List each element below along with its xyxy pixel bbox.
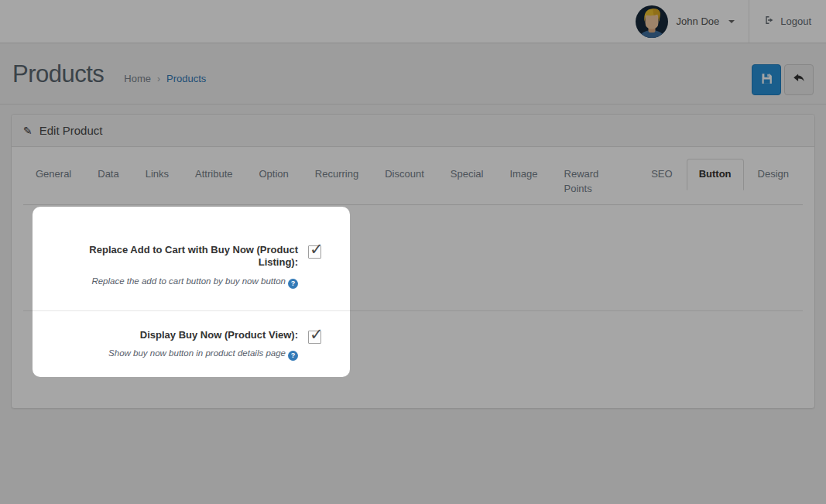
- panel-body: General Data Links Attribute Option Recu…: [12, 147, 814, 408]
- field-label: Replace Add to Cart with Buy Now (Produc…: [69, 244, 298, 269]
- page-header: Products Home › Products: [0, 43, 826, 105]
- edit-product-panel: ✎ Edit Product General Data Links Attrib…: [11, 114, 815, 409]
- tab-content-button: Replace Add to Cart with Buy Now (Produc…: [23, 205, 803, 397]
- tab-seo[interactable]: SEO: [639, 159, 684, 205]
- section-divider: [23, 310, 803, 311]
- reply-arrow-icon: [792, 71, 806, 88]
- product-tabs: General Data Links Attribute Option Recu…: [23, 159, 803, 205]
- sign-out-icon: [764, 15, 775, 28]
- tab-option[interactable]: Option: [247, 159, 301, 205]
- floppy-disk-icon: [760, 72, 773, 88]
- tab-data[interactable]: Data: [85, 159, 131, 205]
- tab-button[interactable]: Button: [687, 159, 744, 205]
- checkmark-icon: ✓: [310, 240, 324, 259]
- field-help: Replace the add to cart button by buy no…: [69, 276, 298, 289]
- display-buy-now-checkbox[interactable]: ✓: [308, 331, 321, 344]
- breadcrumb-home[interactable]: Home: [124, 73, 151, 84]
- user-dropdown[interactable]: John Doe: [629, 0, 749, 43]
- tab-links[interactable]: Links: [133, 159, 181, 205]
- main-content: ✎ Edit Product General Data Links Attrib…: [0, 114, 826, 409]
- back-button[interactable]: [784, 64, 814, 95]
- form-group-display-buy-now: Display Buy Now (Product View): Show buy…: [23, 329, 803, 362]
- breadcrumb-separator-icon: ›: [157, 74, 160, 84]
- tab-general[interactable]: General: [23, 159, 84, 205]
- page-title: Products: [12, 60, 104, 88]
- save-button[interactable]: [752, 64, 781, 95]
- panel-title: Edit Product: [39, 124, 103, 137]
- logout-button[interactable]: Logout: [749, 0, 826, 43]
- tab-discount[interactable]: Discount: [372, 159, 437, 205]
- field-help: Show buy now button in product details p…: [69, 348, 298, 361]
- tab-image[interactable]: Image: [497, 159, 550, 205]
- tab-design[interactable]: Design: [745, 159, 801, 205]
- avatar: [635, 5, 669, 39]
- tab-recurring[interactable]: Recurring: [303, 159, 371, 205]
- caret-down-icon: [728, 20, 735, 23]
- replace-add-to-cart-checkbox[interactable]: ✓: [308, 245, 321, 259]
- panel-heading: ✎ Edit Product: [12, 115, 814, 147]
- form-group-replace-add-to-cart: Replace Add to Cart with Buy Now (Produc…: [23, 244, 803, 289]
- field-label: Display Buy Now (Product View):: [69, 329, 298, 342]
- logout-label: Logout: [780, 15, 811, 27]
- question-circle-icon[interactable]: ?: [288, 279, 298, 289]
- question-circle-icon[interactable]: ?: [288, 351, 298, 361]
- tab-reward-points[interactable]: Reward Points: [552, 159, 638, 205]
- breadcrumb: Home › Products: [124, 73, 206, 84]
- top-navbar: John Doe Logout: [0, 0, 826, 43]
- breadcrumb-current[interactable]: Products: [166, 73, 206, 84]
- tab-attribute[interactable]: Attribute: [183, 159, 245, 205]
- checkmark-icon: ✓: [310, 325, 324, 344]
- tab-special[interactable]: Special: [438, 159, 496, 205]
- pencil-icon: ✎: [23, 125, 33, 137]
- user-name: John Doe: [677, 15, 720, 27]
